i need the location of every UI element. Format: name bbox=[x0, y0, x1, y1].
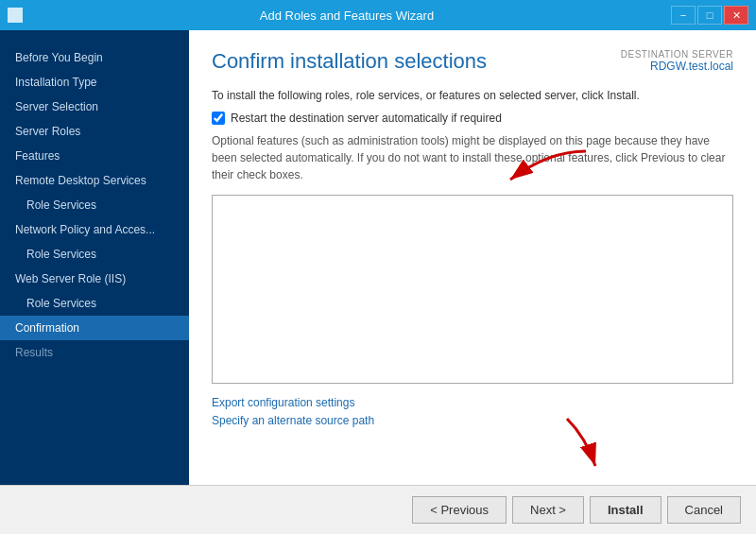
sidebar-item-4[interactable]: Features bbox=[0, 144, 189, 168]
features-list[interactable] bbox=[212, 195, 733, 384]
sidebar-item-3[interactable]: Server Roles bbox=[0, 119, 189, 144]
wizard-icon bbox=[8, 8, 23, 23]
right-content: DESTINATION SERVER RDGW.test.local Confi… bbox=[189, 30, 756, 485]
close-button[interactable]: ✕ bbox=[724, 6, 748, 25]
sidebar-item-12: Results bbox=[0, 340, 189, 365]
restart-checkbox[interactable] bbox=[212, 112, 225, 125]
install-button[interactable]: Install bbox=[590, 496, 662, 524]
sidebar-item-2[interactable]: Server Selection bbox=[0, 95, 189, 119]
instruction-text: To install the following roles, role ser… bbox=[212, 89, 733, 102]
dest-server-value: RDGW.test.local bbox=[621, 60, 733, 73]
title-bar: Add Roles and Features Wizard − □ ✕ bbox=[0, 0, 756, 30]
bottom-bar: < Previous Next > Install Cancel bbox=[0, 485, 756, 534]
svg-rect-0 bbox=[9, 9, 21, 21]
optional-text: Optional features (such as administratio… bbox=[212, 132, 733, 183]
previous-button[interactable]: < Previous bbox=[412, 496, 507, 524]
sidebar-item-11[interactable]: Confirmation bbox=[0, 316, 189, 340]
title-bar-controls: − □ ✕ bbox=[671, 6, 748, 25]
dest-server-label: DESTINATION SERVER bbox=[621, 49, 733, 60]
restart-checkbox-row: Restart the destination server automatic… bbox=[212, 112, 733, 125]
sidebar-item-0[interactable]: Before You Begin bbox=[0, 45, 189, 70]
cancel-button[interactable]: Cancel bbox=[667, 496, 741, 524]
sidebar-item-10[interactable]: Role Services bbox=[0, 291, 189, 316]
sidebar: Before You BeginInstallation TypeServer … bbox=[0, 30, 189, 485]
sidebar-item-7[interactable]: Network Policy and Acces... bbox=[0, 217, 189, 242]
svg-rect-2 bbox=[11, 15, 14, 18]
restore-button[interactable]: □ bbox=[697, 6, 722, 25]
sidebar-item-6[interactable]: Role Services bbox=[0, 193, 189, 217]
sidebar-item-5[interactable]: Remote Desktop Services bbox=[0, 168, 189, 193]
title-bar-left bbox=[8, 8, 23, 23]
sidebar-item-1[interactable]: Installation Type bbox=[0, 70, 189, 95]
alternate-source-link[interactable]: Specify an alternate source path bbox=[212, 414, 374, 427]
minimize-button[interactable]: − bbox=[671, 6, 696, 25]
sidebar-item-8[interactable]: Role Services bbox=[0, 242, 189, 267]
next-button[interactable]: Next > bbox=[512, 496, 584, 524]
title-bar-title: Add Roles and Features Wizard bbox=[23, 9, 671, 23]
restart-checkbox-label: Restart the destination server automatic… bbox=[231, 112, 502, 125]
destination-server-info: DESTINATION SERVER RDGW.test.local bbox=[621, 49, 733, 73]
main-container: Before You BeginInstallation TypeServer … bbox=[0, 30, 756, 534]
export-config-link[interactable]: Export configuration settings bbox=[212, 396, 354, 409]
alternate-link-row: Specify an alternate source path bbox=[212, 413, 733, 427]
sidebar-item-9[interactable]: Web Server Role (IIS) bbox=[0, 267, 189, 291]
content-area: Before You BeginInstallation TypeServer … bbox=[0, 30, 756, 485]
export-link-row: Export configuration settings bbox=[212, 395, 733, 409]
